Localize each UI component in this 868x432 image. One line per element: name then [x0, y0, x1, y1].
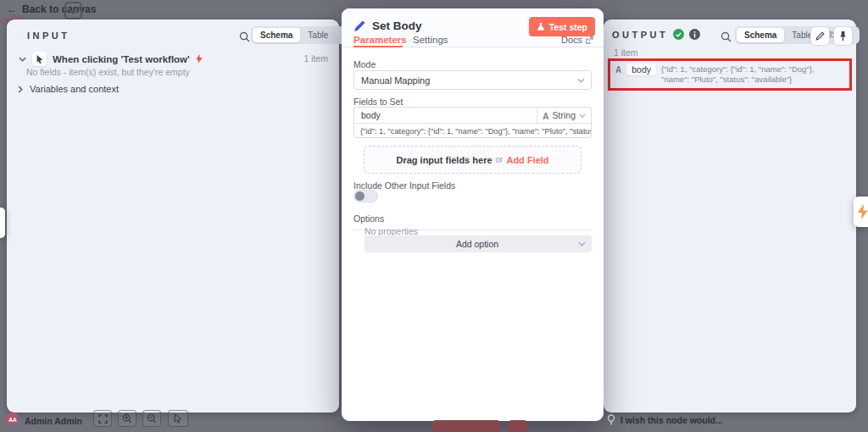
external-link-icon: [586, 36, 593, 44]
input-tab-schema[interactable]: Schema: [253, 28, 300, 42]
mode-label: Mode: [353, 59, 376, 69]
zap-node-icon: [857, 203, 868, 220]
edit-output-button[interactable]: [810, 26, 830, 46]
field-type-label: String: [553, 110, 576, 120]
prev-node-nav-stub[interactable]: [0, 208, 5, 238]
toggle-knob: [355, 191, 364, 201]
wish-feedback-button[interactable]: I wish this node would...: [607, 414, 723, 425]
add-option-label: Add option: [364, 239, 578, 249]
input-variables-row[interactable]: Variables and context: [18, 84, 119, 94]
variables-context-label: Variables and context: [30, 84, 119, 94]
avatar[interactable]: AA: [6, 413, 19, 426]
node-title: Set Body: [372, 19, 422, 32]
plus-icon: +: [70, 4, 76, 18]
back-arrow-icon: ←: [7, 3, 17, 15]
or-text: or: [496, 155, 504, 164]
pencil-icon: [815, 31, 825, 41]
field-name-input[interactable]: body: [354, 110, 537, 120]
back-to-canvas-button[interactable]: ← Back to canvas: [7, 3, 96, 15]
output-search-icon[interactable]: [721, 30, 732, 46]
input-search-icon[interactable]: [239, 30, 250, 46]
output-field-name[interactable]: body: [626, 64, 656, 75]
output-item-count: 1 item: [614, 47, 638, 58]
user-menu-button[interactable]: ···: [71, 414, 83, 424]
options-label: Options: [353, 213, 384, 224]
input-panel-title: INPUT: [27, 30, 70, 41]
n8n-node-detail-view: ← Back to canvas + INPUT Schema Table JS…: [0, 0, 868, 432]
zoom-in-icon: [122, 413, 132, 424]
node-settings-modal: Set Body Test step Parameters Settings D…: [342, 8, 604, 421]
zoom-in-button[interactable]: [118, 410, 136, 427]
field-type-select[interactable]: A String: [537, 108, 591, 123]
output-field-value: {"id": 1, "category": {"id": 1, "name": …: [661, 64, 834, 86]
fields-to-set-label: Fields to Set: [353, 97, 403, 107]
next-node-nav-stub[interactable]: [854, 197, 868, 227]
dimmed-canvas-button[interactable]: [509, 420, 527, 432]
avatar-initials: AA: [8, 417, 16, 423]
chevron-right-icon[interactable]: [18, 86, 23, 93]
output-tab-schema[interactable]: Schema: [737, 28, 784, 42]
include-other-fields-toggle[interactable]: [353, 190, 378, 202]
test-step-button[interactable]: Test step: [529, 17, 595, 36]
mode-select[interactable]: Manual Mapping: [353, 70, 592, 90]
flask-icon: [537, 22, 545, 31]
docs-label: Docs: [561, 35, 582, 45]
fit-view-icon: [98, 414, 108, 424]
chevron-down-icon[interactable]: [19, 57, 26, 62]
success-check-icon: [673, 29, 684, 40]
input-panel: INPUT Schema Table JSON When clicking 'T…: [7, 19, 339, 413]
docs-link[interactable]: Docs: [561, 35, 593, 45]
chevron-down-icon: [579, 114, 586, 118]
input-item-count: 1 item: [303, 53, 328, 64]
set-node-pencil-icon: [353, 19, 366, 32]
output-schema-row-highlighted[interactable]: A body {"id": 1, "category": {"id": 1, "…: [608, 58, 852, 91]
fit-view-button[interactable]: [93, 410, 112, 427]
pin-icon: [838, 30, 848, 42]
field-value-input[interactable]: {"id": 1, "category": {"id": 1, "name": …: [354, 123, 591, 138]
pin-data-button[interactable]: [833, 26, 853, 46]
test-step-label: Test step: [549, 22, 587, 32]
chevron-down-icon: [577, 78, 591, 83]
output-panel: OUTPUT Schema Table JSON 1 item: [604, 19, 856, 413]
active-tab-underline: [353, 46, 403, 47]
drag-text: Drag input fields here: [396, 155, 492, 165]
output-panel-title: OUTPUT: [612, 30, 668, 40]
chevron-down-icon: [578, 241, 592, 246]
add-option-button[interactable]: Add option: [364, 235, 592, 252]
add-node-button[interactable]: +: [64, 2, 82, 19]
drag-drop-zone[interactable]: Drag input fields here or Add Field: [364, 146, 581, 174]
string-type-icon: A: [542, 110, 548, 121]
zoom-out-icon: [147, 413, 157, 424]
input-trigger-label: When clicking 'Test workflow': [53, 54, 190, 64]
string-type-icon: A: [615, 64, 621, 75]
wish-text: I wish this node would...: [620, 415, 723, 425]
input-empty-note: No fields - item(s) exist, but they're e…: [26, 67, 190, 77]
lightbulb-icon: [607, 414, 615, 425]
tab-parameters[interactable]: Parameters: [353, 35, 407, 45]
lightning-bolt-icon: [196, 54, 203, 64]
zoom-out-button[interactable]: [142, 410, 161, 427]
info-icon[interactable]: [689, 29, 700, 40]
manual-trigger-node-icon: [32, 52, 47, 66]
input-trigger-row[interactable]: When clicking 'Test workflow': [19, 52, 203, 66]
input-tab-table[interactable]: Table: [300, 28, 336, 42]
pointer-tool-button[interactable]: [168, 410, 188, 427]
mode-value: Manual Mapping: [354, 75, 577, 86]
tab-settings[interactable]: Settings: [413, 35, 448, 45]
pointer-icon: [174, 413, 182, 424]
field-editor: body A String {"id": 1, "category": {"id…: [353, 107, 592, 138]
add-field-link[interactable]: Add Field: [506, 155, 548, 165]
back-to-canvas-label: Back to canvas: [22, 3, 96, 15]
dimmed-test-workflow-button[interactable]: [432, 420, 500, 432]
